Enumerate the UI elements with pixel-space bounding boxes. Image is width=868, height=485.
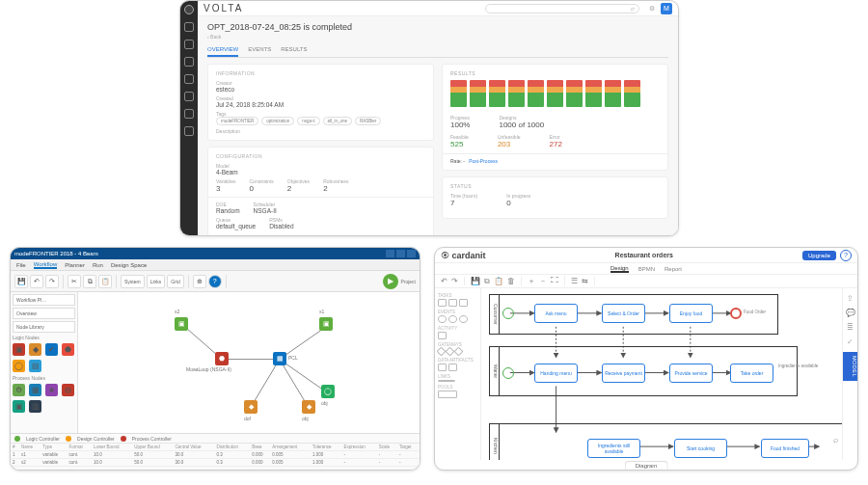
tag[interactable]: nsga-ii [297,117,319,125]
run-button[interactable]: ▶ [383,274,398,289]
shape-event-icon[interactable] [438,315,447,323]
node-dof2[interactable]: ◆ [302,400,315,414]
th[interactable]: Expression [341,444,376,451]
diagram-tab[interactable]: Diagram [625,461,668,470]
undo-icon[interactable]: ↶ [30,275,43,288]
layers-icon[interactable]: ≣ [847,323,854,332]
palette-node-icon[interactable]: ▣ [13,343,25,356]
cut-icon[interactable]: ✂ [68,275,81,288]
start-event[interactable] [502,367,514,379]
nav-icon-5[interactable] [184,92,194,101]
palette-node-icon[interactable]: ◍ [62,384,74,396]
grid-label[interactable]: Grid [167,275,183,288]
avatar[interactable]: M [661,3,672,14]
palette-node-icon[interactable]: ▥ [29,400,41,413]
zoom-icon[interactable]: ⊕ [193,275,206,288]
status-logic[interactable]: Logic Controller [26,436,60,442]
status-process[interactable]: Process Controller [132,436,172,442]
palette-node-icon[interactable]: ⬣ [62,343,74,356]
task-provide-service[interactable]: Provide service [669,364,713,383]
nav-icon-6[interactable] [184,109,194,119]
settings-icon[interactable]: ⚙ [649,5,655,13]
th[interactable]: Base [250,444,270,451]
mf-canvas[interactable]: ▣ x2 ▣ x1 ⬣ MoaaLoop (NSGA-II) ▦ PCL ◯ o… [78,292,420,433]
palette-node-icon[interactable]: ★ [45,384,58,396]
tab-events[interactable]: EVENTS [248,43,271,57]
task-take-order[interactable]: Take order [730,364,773,383]
help-icon[interactable]: ? [208,275,222,288]
undo-icon[interactable]: ↶ [441,277,448,285]
help-icon[interactable]: ? [840,250,852,261]
redo-icon[interactable]: ↷ [45,275,59,288]
palette-node-icon[interactable]: ✔ [45,343,58,356]
node-main[interactable]: ⬣ [215,352,229,365]
end-event[interactable] [730,308,742,319]
task-ask-menu[interactable]: Ask menu [534,304,578,323]
redo-icon[interactable]: ↷ [451,277,458,285]
task-select-order[interactable]: Select & Order [602,304,645,323]
paste-icon[interactable]: 📋 [98,275,112,288]
shape-data-icon[interactable] [438,364,447,371]
shape-event-icon[interactable] [459,315,468,323]
th[interactable]: Central Value [174,444,215,451]
close-button[interactable] [407,250,416,257]
share-icon[interactable]: ⇪ [847,294,854,303]
node-x1[interactable]: ▣ [319,317,333,331]
search-input[interactable]: ⌕ [485,4,639,13]
save-icon[interactable]: 💾 [14,275,28,288]
nav-icon-3[interactable] [184,57,194,67]
min-button[interactable] [386,250,394,257]
node-x2[interactable]: ▣ [175,317,188,331]
post-process-link[interactable]: Post-Process [469,158,498,164]
distribute-icon[interactable]: ⇆ [582,277,588,285]
start-event[interactable] [502,308,514,319]
nav-icon-2[interactable] [184,40,194,49]
tag[interactable]: RASBier [355,117,381,125]
tab-report[interactable]: Report [665,266,682,272]
tab-design[interactable]: Design [610,265,629,273]
zoomout-icon[interactable]: － [539,276,547,286]
upgrade-button[interactable]: Upgrade [802,251,836,260]
nav-icon-1[interactable] [184,22,194,32]
paste-icon[interactable]: 📋 [494,277,503,286]
system-label[interactable]: System [121,275,145,288]
th[interactable]: Type [41,444,67,451]
zoomin-icon[interactable]: ＋ [528,276,535,286]
palette-node-icon[interactable]: ⚙ [13,384,25,396]
th[interactable]: Distribution [214,444,250,451]
cd-canvas[interactable]: Customer Ask menu Select & Order Enjoy f… [481,288,842,460]
shape-link-icon[interactable] [438,380,455,382]
menu-file[interactable]: File [16,262,26,268]
th[interactable]: Tolerance [311,444,342,451]
shape-pool-icon[interactable] [438,391,457,398]
menu-workflow[interactable]: Workflow [34,261,58,269]
menu-planner[interactable]: Planner [65,262,85,268]
th[interactable]: Target [397,444,420,451]
task-food-finished[interactable]: Food finished [761,439,809,458]
tab-results[interactable]: RESULTS [281,43,307,57]
task-ingredients-available[interactable]: Ingredients still available [587,439,640,458]
copy-icon[interactable]: ⧉ [83,275,96,288]
tab-overview[interactable]: OVERVIEW [207,43,238,57]
table-row[interactable]: 1x1variablecont.10.050.030.00.30.0000.00… [11,451,420,459]
th[interactable]: Format [68,444,92,451]
task-enjoy-food[interactable]: Enjoy food [669,304,713,323]
breadcrumb-back[interactable]: ‹ Back [207,34,668,40]
shape-activity-icon[interactable] [438,332,447,339]
left-nodelibrary[interactable]: Node Library [13,321,75,333]
links-label[interactable]: Links [147,275,166,288]
shape-task-icon[interactable] [438,299,447,307]
left-workflow[interactable]: Workflow Pl… [13,294,75,306]
th[interactable]: Arrangement [270,444,311,451]
tag[interactable]: optimization [261,117,294,125]
tag[interactable]: all_in_one [323,117,353,125]
task-start-cooking[interactable]: Start cooking [674,439,727,458]
th[interactable]: Lower Bound [92,444,132,451]
comments-icon[interactable]: 💬 [846,309,855,317]
tab-bpmn[interactable]: BPMN [638,266,655,272]
task-receive-payment[interactable]: Receive payment [602,364,645,383]
th[interactable]: Upper Bound [132,444,173,451]
save-icon[interactable]: 💾 [471,277,480,286]
table-row[interactable]: 2x2variablecont.10.050.030.00.30.0000.00… [11,459,420,467]
copy-icon[interactable]: ⧉ [484,277,490,286]
